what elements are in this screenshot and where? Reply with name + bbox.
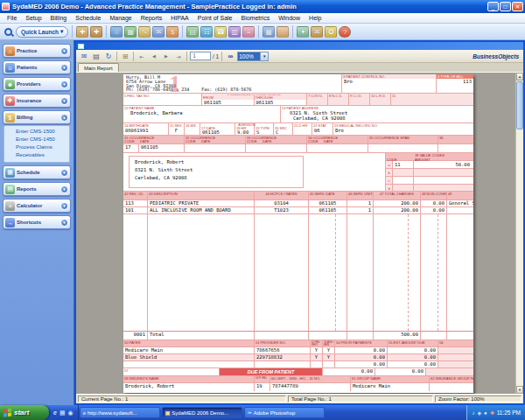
prev-page-icon[interactable]: ◀ [149, 51, 159, 61]
chevron-down-icon[interactable]: ▾ [260, 52, 268, 60]
chevron-down-icon[interactable]: ▾ [60, 47, 68, 55]
chevron-down-icon[interactable]: ▾ [60, 219, 68, 227]
scrollbar-thumb[interactable] [516, 81, 523, 130]
payer-header-row: 50 PAYER 51 PROVIDER NO. 52 REL INFO 53 … [123, 340, 473, 347]
sidebar-link-process-claims[interactable]: Process Claims [16, 144, 69, 151]
point-of-sale-icon[interactable]: ⌂ [276, 26, 289, 38]
next-page-icon[interactable]: ▶ [161, 51, 172, 61]
scroll-down-icon[interactable]: ▼ [516, 386, 523, 394]
value-code-row: b [386, 169, 473, 177]
last-page-icon[interactable]: ⇥ [173, 51, 184, 61]
quick-launch-button[interactable]: Quick Launch ▾ [16, 26, 68, 38]
documents-icon[interactable]: ▥ [228, 26, 241, 38]
cpt-codes-icon[interactable]: ✚ [76, 26, 88, 38]
sidebar-item-practice[interactable]: ⌂ Practice ▾ [3, 44, 71, 58]
app-icon [2, 3, 10, 10]
menu-point-of-sale[interactable]: Point of Sale [193, 15, 237, 21]
ledger-icon[interactable]: ▦ [262, 26, 275, 38]
sidebar-item-schedule[interactable]: ▦ Schedule ▾ [3, 165, 71, 179]
refresh-icon[interactable]: ↻ [103, 51, 114, 61]
search-icon[interactable] [4, 28, 12, 36]
toolbar-separator [221, 52, 222, 61]
close-button[interactable]: ✕ [512, 2, 523, 11]
start-button[interactable]: start [0, 405, 49, 420]
chevron-down-icon[interactable]: ▾ [60, 97, 68, 105]
biometrics-icon[interactable]: ✦ [297, 26, 309, 38]
sidebar: ⌂ Practice ▾ ☺ Patients ▾ ☻ Providers ▾ … [0, 40, 74, 405]
menu-billing[interactable]: Billing [46, 15, 72, 21]
sidebar-item-billing[interactable]: $ Billing ▴ [3, 110, 71, 124]
sidebar-item-providers[interactable]: ☻ Providers ▾ [3, 77, 71, 91]
print-icon[interactable]: ▤ [91, 51, 102, 61]
patient-list-icon[interactable]: ☺ [110, 26, 122, 38]
alert-icon[interactable]: ✚ [490, 410, 494, 416]
antivirus-icon[interactable]: ● [484, 410, 487, 416]
taskbar-item-sydamed[interactable]: ▣ SydaMED 2006 Demo... [162, 407, 242, 418]
network-icon[interactable]: ◈ [477, 410, 481, 416]
payer-row: Medicare Main 78667656 Y Y 0.00 0.00 [123, 347, 473, 354]
form-row-occurrence-values: 17 061105 [123, 144, 473, 153]
zoom-select[interactable]: 100% ▾ [237, 52, 269, 61]
due-from-patient-row: 57 DUE FROM PATIENT 0.00 0.00 [123, 368, 473, 376]
vertical-scrollbar[interactable]: ▲ ▼ [515, 73, 523, 394]
menu-setup[interactable]: Setup [21, 15, 46, 21]
taskbar-item-browser[interactable]: e http://www.sydasoft... [80, 407, 160, 418]
maximize-button[interactable]: □ [500, 2, 511, 11]
sidebar-item-calculator[interactable]: ≡ Calculator ▾ [3, 199, 71, 213]
sidebar-item-reports[interactable]: ▤ Reports ▾ [3, 182, 71, 196]
export-icon[interactable]: ✉ [79, 51, 89, 61]
chevron-up-icon[interactable]: ▴ [60, 114, 68, 122]
minimize-button[interactable]: _ [487, 2, 499, 11]
calculator-icon: ≡ [5, 201, 15, 211]
menu-reports[interactable]: Reports [136, 15, 167, 21]
menu-schedule[interactable]: Schedule [71, 15, 105, 21]
scheduler-icon[interactable]: ☷ [200, 26, 213, 38]
volume-icon[interactable]: ♪ [472, 410, 474, 416]
group-tree-icon[interactable]: ⊞ [120, 51, 130, 61]
sidebar-link-enter-cms-1450[interactable]: Enter CMS-1450 [16, 136, 69, 144]
sidebar-item-patients[interactable]: ☺ Patients ▾ [3, 60, 71, 74]
value-codes-grid: 39 VALUE CODES CODEAMOUNT a 11 50.00 b [386, 153, 473, 191]
menu-biometrics[interactable]: Biometrics [236, 15, 274, 21]
security-icon[interactable]: ✪ [325, 26, 337, 38]
first-page-icon[interactable]: ⇤ [136, 51, 147, 61]
menu-file[interactable]: File [3, 15, 21, 21]
show-desktop-icon[interactable]: ▦ [60, 410, 66, 416]
menu-hipaa[interactable]: HIPAA [166, 15, 193, 21]
chevron-down-icon[interactable]: ▾ [60, 202, 68, 210]
form-row-provider: 1 Hurry, Bill M 6754 Arrow Lane San Dieg… [123, 74, 473, 94]
taskbar-item-photoshop[interactable]: ✑ Adobe Photoshop [244, 407, 325, 418]
internet-explorer-icon[interactable]: e [53, 410, 57, 416]
sidebar-item-insurance[interactable]: ✚ Insurance ▾ [3, 94, 71, 108]
page-number-input[interactable]: 1 [190, 52, 211, 60]
appointment-book-icon[interactable]: ▦ [124, 26, 136, 38]
sidebar-link-receivables[interactable]: Receivables [16, 151, 69, 159]
menu-help[interactable]: Help [304, 15, 326, 21]
sidebar-item-shortcuts[interactable]: → Shortcuts ▾ [3, 215, 71, 229]
chevron-down-icon[interactable]: ▾ [60, 80, 68, 88]
help-icon[interactable]: ? [339, 26, 351, 38]
messages-icon[interactable]: ☎ [214, 26, 227, 38]
claims-icon[interactable]: ✉ [152, 26, 164, 38]
sidebar-link-enter-cms-1500[interactable]: Enter CMS-1500 [16, 128, 69, 136]
chevron-down-icon[interactable]: ▾ [60, 64, 68, 72]
payments-icon[interactable]: $ [166, 26, 178, 38]
menu-manage[interactable]: Manage [105, 15, 136, 21]
clock[interactable]: 11:25 PM [497, 410, 521, 416]
occurrence-31-header: 31 OCCURRENCE CODEDATE [123, 136, 185, 144]
reports-icon[interactable]: ▤ [186, 26, 199, 38]
email-icon[interactable]: ✉ [311, 26, 323, 38]
chevron-down-icon[interactable]: ▾ [60, 169, 68, 177]
statements-icon[interactable]: ≡ [242, 26, 255, 38]
status-current-page: Current Page No.: 1 [78, 396, 286, 402]
superbill-icon[interactable]: ✎ [138, 26, 150, 38]
media-player-icon[interactable]: ◉ [68, 410, 74, 416]
chevron-down-icon[interactable]: ▾ [60, 186, 68, 193]
icd-codes-icon[interactable]: ✚ [90, 26, 102, 38]
menu-window[interactable]: Window [274, 15, 304, 21]
field-ci-d: 9 C-I D. [349, 94, 370, 105]
tab-main-report[interactable]: Main Report [78, 63, 119, 72]
find-icon[interactable]: ∞ [225, 51, 235, 61]
scroll-up-icon[interactable]: ▲ [516, 73, 523, 80]
services-empty-grid [123, 214, 473, 331]
